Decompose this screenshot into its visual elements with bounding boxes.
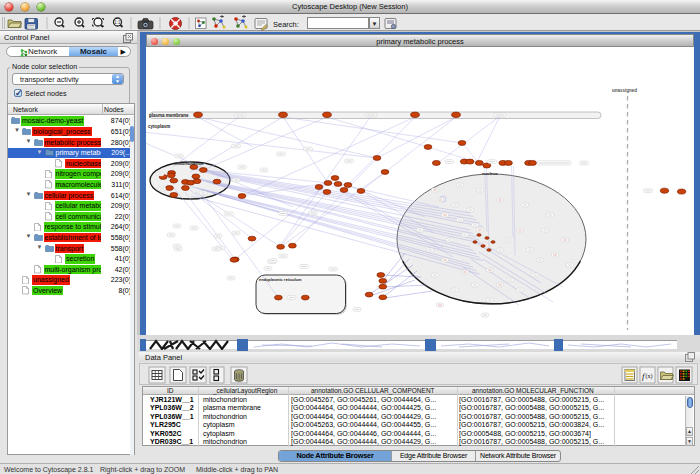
svg-text:endoplasmic reticulum: endoplasmic reticulum <box>259 277 302 282</box>
svg-text:(x): (x) <box>646 373 653 380</box>
svg-text:nucleus: nucleus <box>482 171 498 176</box>
svg-text:cytoplasm: cytoplasm <box>148 124 170 129</box>
svg-text:1:1: 1:1 <box>114 20 121 25</box>
svg-text:mitochondrion: mitochondrion <box>174 161 204 166</box>
svg-text:plasma membrane: plasma membrane <box>149 113 189 118</box>
svg-text:unassigned: unassigned <box>612 88 637 93</box>
